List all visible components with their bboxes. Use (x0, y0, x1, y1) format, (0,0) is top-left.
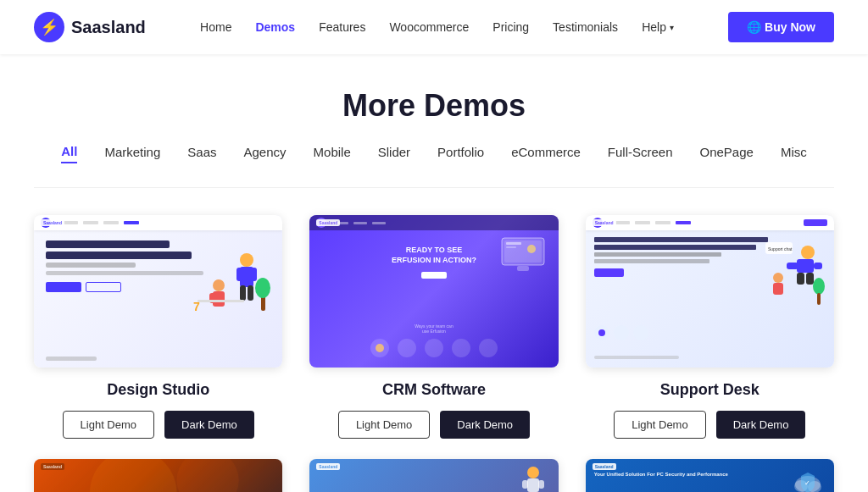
svg-rect-11 (198, 300, 244, 302)
mini-nav (34, 215, 282, 230)
bottom-3-content: Your Unified Solution For PC Security an… (594, 471, 792, 478)
demo-card-support: Support chat (586, 215, 834, 439)
demo-card-bottom-1: Saasland Get Some Fresh (34, 459, 282, 492)
filter-tab-agency[interactable]: Agency (244, 145, 287, 163)
svg-text:✓: ✓ (804, 479, 810, 487)
svg-rect-4 (240, 285, 246, 301)
filter-tab-marketing[interactable]: Marketing (104, 145, 160, 163)
svg-rect-28 (773, 283, 783, 295)
svg-text:Support chat: Support chat (768, 246, 793, 252)
saasland-badge-bottom-2: Saasland (316, 463, 340, 470)
dark-demo-button-design-studio[interactable]: Dark Demo (164, 411, 254, 439)
page-title: More Demos (0, 88, 868, 124)
preview-art-crm: READY TO SEEERFUSION IN ACTION? (309, 215, 558, 368)
svg-point-31 (527, 467, 539, 478)
demo-card-bottom-2: Saasland Engage your website visitors us… (309, 459, 558, 492)
nav-pricing[interactable]: Pricing (492, 20, 529, 34)
svg-point-10 (255, 278, 270, 298)
dark-demo-button-support[interactable]: Dark Demo (716, 411, 806, 439)
logo[interactable]: ⚡ Saasland (34, 12, 146, 42)
chevron-down-icon: ▾ (670, 23, 674, 32)
svg-rect-34 (538, 480, 544, 489)
filter-tab-portfolio[interactable]: Portfolio (437, 145, 484, 163)
dark-demo-button-crm[interactable]: Dark Demo (440, 411, 530, 439)
logo-icon: ⚡ (34, 12, 64, 42)
demo-preview-design-studio[interactable]: 7 Saasland (34, 215, 282, 368)
svg-rect-24 (806, 273, 814, 285)
demo-preview-bottom-2[interactable]: Saasland Engage your website visitors us… (309, 459, 558, 492)
svg-rect-3 (250, 268, 257, 281)
svg-rect-5 (248, 285, 253, 301)
nav-testimonials[interactable]: Testimonials (553, 20, 618, 34)
svg-rect-21 (787, 263, 798, 269)
svg-rect-23 (797, 273, 804, 285)
demo-actions-crm: Light Demo Dark Demo (338, 411, 530, 439)
demo-preview-crm[interactable]: READY TO SEEERFUSION IN ACTION? (309, 215, 558, 368)
svg-rect-15 (506, 242, 521, 245)
demo-title-crm: CRM Software (382, 381, 486, 399)
demo-title-support: Support Desk (660, 381, 760, 399)
saasland-badge-bottom-3: Saasland (593, 463, 616, 470)
svg-text:7: 7 (193, 300, 200, 313)
filter-tab-misc[interactable]: Misc (781, 145, 807, 163)
light-demo-button-design-studio[interactable]: Light Demo (63, 411, 154, 439)
preview-art-support: Support chat (586, 215, 834, 368)
ds-illustration: 7 (189, 239, 274, 323)
svg-rect-18 (517, 266, 529, 271)
buy-now-button[interactable]: 🌐 Buy Now (728, 12, 834, 42)
filter-tab-ecommerce[interactable]: eCommerce (511, 145, 581, 163)
page-title-section: More Demos (0, 54, 868, 144)
nav-demos[interactable]: Demos (255, 20, 295, 34)
filter-tab-onepage[interactable]: OnePage (700, 145, 754, 163)
filter-tabs: All Marketing Saas Agency Mobile Slider … (34, 144, 834, 188)
nav-home[interactable]: Home (200, 20, 231, 34)
filter-tab-mobile[interactable]: Mobile (314, 145, 351, 163)
svg-point-19 (801, 246, 815, 259)
demo-preview-support[interactable]: Support chat (586, 215, 834, 368)
nav-features[interactable]: Features (319, 20, 365, 34)
demos-grid: 7 Saasland Design Studio Light Demo Dark… (0, 188, 868, 439)
light-demo-button-crm[interactable]: Light Demo (338, 411, 430, 439)
svg-rect-32 (527, 478, 539, 492)
svg-rect-16 (506, 246, 516, 248)
svg-point-27 (773, 273, 783, 283)
preview-art: 7 Saasland (34, 215, 282, 368)
logo-text: Saasland (71, 18, 146, 37)
filter-tab-all[interactable]: All (61, 144, 77, 163)
demo-actions-support: Light Demo Dark Demo (614, 411, 805, 439)
demo-actions-design-studio: Light Demo Dark Demo (63, 411, 254, 439)
filter-tab-slider[interactable]: Slider (378, 145, 410, 163)
demos-grid-bottom: Saasland Get Some Fresh Saasland Engage … (0, 439, 868, 492)
main-nav: Home Demos Features Woocommerce Pricing … (200, 20, 674, 34)
filter-tab-fullscreen[interactable]: Full-Screen (608, 145, 673, 163)
filter-tab-saas[interactable]: Saas (187, 145, 216, 163)
svg-point-17 (527, 245, 536, 253)
demo-card-design-studio: 7 Saasland Design Studio Light Demo Dark… (34, 215, 282, 439)
svg-rect-22 (814, 263, 822, 269)
demo-title-design-studio: Design Studio (107, 381, 209, 399)
demo-card-bottom-3: Saasland Your Unified Solution For PC Se… (586, 459, 834, 492)
demo-card-crm: READY TO SEEERFUSION IN ACTION? (309, 215, 558, 439)
svg-rect-20 (797, 259, 814, 273)
light-demo-button-support[interactable]: Light Demo (614, 411, 705, 439)
header: ⚡ Saasland Home Demos Features Woocommer… (0, 0, 868, 54)
mini-nav-items (63, 221, 139, 224)
svg-rect-2 (236, 268, 243, 281)
nav-woocommerce[interactable]: Woocommerce (389, 20, 469, 34)
svg-rect-30 (817, 293, 821, 305)
nav-help[interactable]: Help ▾ (642, 20, 674, 34)
demo-preview-bottom-3[interactable]: Saasland Your Unified Solution For PC Se… (586, 459, 834, 492)
svg-rect-33 (522, 480, 528, 489)
svg-point-29 (813, 278, 825, 295)
demo-preview-bottom-1[interactable]: Saasland Get Some Fresh (34, 459, 282, 492)
svg-point-0 (240, 253, 253, 267)
svg-point-6 (213, 279, 225, 291)
